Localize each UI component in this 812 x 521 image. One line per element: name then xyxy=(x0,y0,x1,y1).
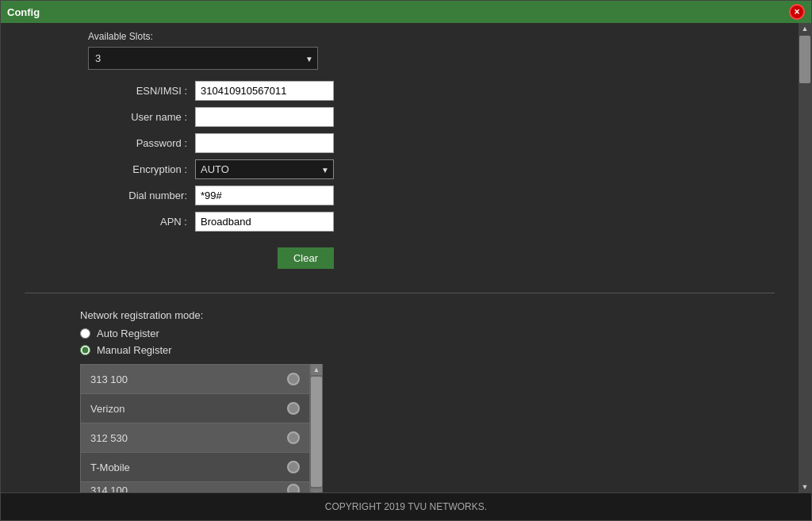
list-item[interactable]: 313 100 xyxy=(81,365,309,394)
network-item-name: Verizon xyxy=(90,403,124,415)
slot-select[interactable]: 3 1 2 4 xyxy=(88,47,318,70)
password-row: Password : xyxy=(80,133,775,153)
dial-row: Dial number: xyxy=(80,186,775,205)
auto-register-radio[interactable] xyxy=(80,328,90,339)
network-radio-icon[interactable] xyxy=(287,431,300,444)
footer: COPYRIGHT 2019 TVU NETWORKS. xyxy=(1,492,811,520)
esn-input[interactable] xyxy=(195,81,334,101)
username-input[interactable] xyxy=(195,107,334,127)
list-scrollbar: ▲ ▼ xyxy=(310,364,323,492)
encryption-select-wrapper: AUTO NONE WEP WPA ▼ xyxy=(195,159,334,179)
list-item[interactable]: T-Mobile xyxy=(81,453,309,482)
close-button[interactable]: × xyxy=(789,4,805,20)
apn-row: APN : xyxy=(80,212,775,232)
form-section: Available Slots: 3 1 2 4 ▼ ESN/IMSI : xyxy=(1,23,799,277)
username-label: User name : xyxy=(80,111,195,123)
list-item[interactable]: 312 530 xyxy=(81,423,309,453)
network-section: Network registration mode: Auto Register… xyxy=(1,309,799,492)
slot-select-wrapper: 3 1 2 4 ▼ xyxy=(88,47,318,70)
manual-register-radio[interactable] xyxy=(80,345,90,355)
encryption-select[interactable]: AUTO NONE WEP WPA xyxy=(195,159,334,179)
copyright-text: COPYRIGHT 2019 TVU NETWORKS. xyxy=(325,501,487,512)
apn-input[interactable] xyxy=(195,212,334,232)
window-scroll-thumb[interactable] xyxy=(799,36,810,83)
dial-input[interactable] xyxy=(195,186,334,205)
auto-register-label: Auto Register xyxy=(97,328,159,339)
network-list-container: 313 100 Verizon 312 530 T-Mobile xyxy=(80,364,775,492)
esn-label: ESN/IMSI : xyxy=(80,85,195,97)
clear-button[interactable]: Clear xyxy=(278,247,334,269)
window-scrollbar: ▲ ▼ xyxy=(799,23,811,492)
main-content: Available Slots: 3 1 2 4 ▼ ESN/IMSI : xyxy=(1,23,811,492)
network-mode-label: Network registration mode: xyxy=(80,309,775,321)
window-scroll-up-icon[interactable]: ▲ xyxy=(802,25,809,33)
network-radio-icon[interactable] xyxy=(287,402,300,415)
config-window: Config × Available Slots: 3 1 2 4 ▼ xyxy=(0,0,812,521)
password-label: Password : xyxy=(80,137,195,149)
apn-label: APN : xyxy=(80,216,195,228)
scroll-thumb[interactable] xyxy=(311,377,322,487)
list-item[interactable]: Verizon xyxy=(81,394,309,423)
network-item-name: 314 100 xyxy=(90,485,128,493)
dial-label: Dial number: xyxy=(80,190,195,201)
available-slots-label: Available Slots: xyxy=(80,31,775,42)
network-radio-icon[interactable] xyxy=(287,373,300,385)
network-item-name: T-Mobile xyxy=(90,462,130,473)
username-row: User name : xyxy=(80,107,775,127)
password-input[interactable] xyxy=(195,133,334,153)
esn-row: ESN/IMSI : xyxy=(80,81,775,101)
window-title: Config xyxy=(7,6,40,18)
network-radio-icon[interactable] xyxy=(287,484,300,492)
encryption-label: Encryption : xyxy=(80,163,195,175)
window-scroll-down-icon[interactable]: ▼ xyxy=(802,483,809,491)
network-item-name: 313 100 xyxy=(90,374,128,385)
manual-register-label: Manual Register xyxy=(97,344,172,356)
network-list: 313 100 Verizon 312 530 T-Mobile xyxy=(80,364,310,492)
network-item-name: 312 530 xyxy=(90,432,128,444)
section-divider xyxy=(25,293,775,293)
encryption-row: Encryption : AUTO NONE WEP WPA ▼ xyxy=(80,159,775,179)
auto-register-row: Auto Register xyxy=(80,328,775,339)
scroll-up-icon[interactable]: ▲ xyxy=(311,364,322,375)
title-bar: Config × xyxy=(1,1,811,23)
network-radio-icon[interactable] xyxy=(287,461,300,473)
content-area: Available Slots: 3 1 2 4 ▼ ESN/IMSI : xyxy=(1,23,799,492)
manual-register-row: Manual Register xyxy=(80,344,775,356)
list-item-partial[interactable]: 314 100 xyxy=(81,482,309,492)
